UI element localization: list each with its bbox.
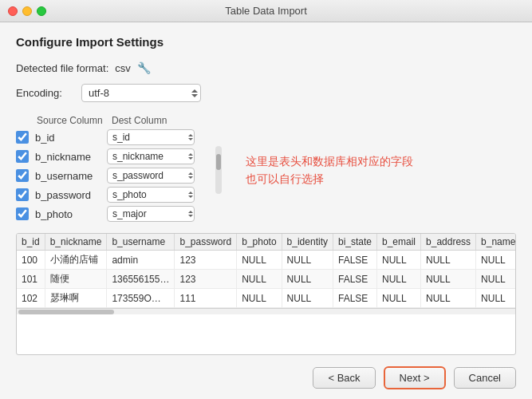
- dest-select-2[interactable]: s_passwords_ids_nicknames_photos_major: [107, 168, 195, 184]
- preview-col-header: b_password: [175, 234, 237, 251]
- bottom-bar: < Back Next > Cancel: [16, 363, 516, 389]
- preview-data-row: 102 瑟琳啊 173559O… 111 NULL NULL FALSE NUL…: [17, 289, 516, 308]
- cancel-button[interactable]: Cancel: [454, 367, 516, 389]
- horizontal-scrollbar-thumb: [18, 310, 114, 314]
- source-col-2: b_username: [35, 170, 100, 182]
- mapping-row: b_username s_passwords_ids_nicknames_pho…: [16, 168, 199, 184]
- encoding-select[interactable]: utf-8 utf-16 latin-1 gbk: [81, 84, 201, 102]
- file-format-label: Detected file format:: [16, 62, 108, 74]
- mapping-row: b_nickname s_nicknames_ids_passwords_pho…: [16, 148, 199, 164]
- dest-select-1[interactable]: s_nicknames_ids_passwords_photos_major: [107, 148, 195, 164]
- preview-col-header: b_photo: [237, 234, 282, 251]
- preview-cell: 123: [175, 270, 237, 289]
- preview-cell: 瑟琳啊: [45, 289, 107, 308]
- window-controls: [8, 6, 46, 16]
- preview-cell: NULL: [421, 289, 476, 308]
- encoding-label: Encoding:: [16, 87, 72, 99]
- source-col-0: b_id: [35, 132, 100, 144]
- maximize-button[interactable]: [37, 6, 46, 16]
- dest-select-4[interactable]: s_majors_ids_nicknames_passwords_photo: [107, 206, 195, 222]
- window-title: Table Data Import: [225, 5, 307, 17]
- preview-header-row: b_id b_nickname b_username b_password b_…: [17, 234, 516, 251]
- source-col-1: b_nickname: [35, 151, 100, 163]
- preview-col-header: bi_state: [333, 234, 376, 251]
- preview-cell: FALSE: [333, 251, 376, 270]
- main-content: Configure Import Settings Detected file …: [0, 22, 532, 399]
- preview-cell: NULL: [377, 289, 421, 308]
- preview-cell: 小涌的店铺: [45, 251, 107, 270]
- source-column-header: Source Column: [37, 115, 108, 126]
- mapping-table: Source Column Dest Column b_id s_ids_nic…: [16, 115, 199, 225]
- mapping-scrollbar[interactable]: [215, 146, 222, 194]
- preview-cell: 102: [17, 289, 45, 308]
- preview-cell: 101: [17, 270, 45, 289]
- preview-cell: 173559O…: [107, 289, 175, 308]
- back-button[interactable]: < Back: [313, 367, 375, 389]
- preview-col-header: b_address: [421, 234, 476, 251]
- annotation-content: 这里是表头和数据库相对应的字段 也可以自行选择: [246, 152, 413, 188]
- mapping-row: b_password s_photos_ids_nicknames_passwo…: [16, 187, 199, 203]
- file-format-value: csv: [115, 62, 131, 74]
- preview-cell: FALSE: [333, 270, 376, 289]
- preview-cell: 123: [175, 251, 237, 270]
- mapping-checkbox-2[interactable]: [16, 169, 29, 182]
- close-button[interactable]: [8, 6, 18, 16]
- preview-col-header: b_nickname: [45, 234, 107, 251]
- mapping-checkbox-0[interactable]: [16, 131, 29, 144]
- preview-cell: NULL: [476, 270, 516, 289]
- annotation-line-2: 也可以自行选择: [246, 170, 413, 188]
- file-format-row: Detected file format: csv 🔧: [16, 61, 516, 74]
- dest-select-wrapper-0: s_ids_nicknames_passwords_photos_major: [107, 129, 195, 145]
- preview-cell: NULL: [476, 251, 516, 270]
- source-col-4: b_photo: [35, 208, 100, 220]
- mapping-checkbox-3[interactable]: [16, 188, 29, 201]
- annotation-line-1: 这里是表头和数据库相对应的字段: [246, 152, 413, 170]
- mapping-header-row: Source Column Dest Column: [16, 115, 199, 126]
- preview-cell: NULL: [282, 251, 333, 270]
- preview-cell: NULL: [476, 289, 516, 308]
- preview-col-header: b_email: [377, 234, 421, 251]
- preview-cell: 100: [17, 251, 45, 270]
- mapping-checkbox-4[interactable]: [16, 207, 29, 220]
- preview-col-header: b_identity: [282, 234, 333, 251]
- encoding-select-wrapper: utf-8 utf-16 latin-1 gbk: [81, 84, 201, 102]
- mapping-checkbox-1[interactable]: [16, 150, 29, 163]
- annotation-area: 这里是表头和数据库相对应的字段 也可以自行选择: [238, 115, 516, 225]
- title-bar: Table Data Import: [0, 0, 532, 22]
- preview-cell: NULL: [237, 289, 282, 308]
- section-title: Configure Import Settings: [16, 35, 516, 49]
- preview-data-row: 100 小涌的店铺 admin 123 NULL NULL FALSE NULL…: [17, 251, 516, 270]
- mapping-scrollbar-thumb: [216, 154, 221, 170]
- preview-cell: NULL: [377, 251, 421, 270]
- preview-cell: NULL: [237, 270, 282, 289]
- preview-cell: NULL: [282, 289, 333, 308]
- horizontal-scrollbar[interactable]: [17, 308, 515, 314]
- dest-select-0[interactable]: s_ids_nicknames_passwords_photos_major: [107, 129, 195, 145]
- preview-cell: 随便: [45, 270, 107, 289]
- dest-select-3[interactable]: s_photos_ids_nicknames_passwords_major: [107, 187, 195, 203]
- preview-cell: NULL: [377, 270, 421, 289]
- preview-cell: NULL: [421, 270, 476, 289]
- dest-select-wrapper-2: s_passwords_ids_nicknames_photos_major: [107, 168, 195, 184]
- mapping-row: b_id s_ids_nicknames_passwords_photos_ma…: [16, 129, 199, 145]
- preview-data-row: 101 随便 136556155… 123 NULL NULL FALSE NU…: [17, 270, 516, 289]
- column-mapping-area: Source Column Dest Column b_id s_ids_nic…: [16, 115, 516, 225]
- preview-cell: 111: [175, 289, 237, 308]
- preview-cell: NULL: [282, 270, 333, 289]
- wrench-icon[interactable]: 🔧: [137, 61, 151, 74]
- preview-col-header: b_name: [476, 234, 516, 251]
- dest-select-wrapper-1: s_nicknames_ids_passwords_photos_major: [107, 148, 195, 164]
- preview-cell: NULL: [237, 251, 282, 270]
- dest-column-header: Dest Column: [112, 115, 199, 126]
- encoding-row: Encoding: utf-8 utf-16 latin-1 gbk: [16, 84, 516, 102]
- preview-col-header: b_username: [107, 234, 175, 251]
- dest-select-wrapper-4: s_majors_ids_nicknames_passwords_photo: [107, 206, 195, 222]
- preview-table-container: b_id b_nickname b_username b_password b_…: [16, 233, 516, 355]
- preview-col-header: b_id: [17, 234, 45, 251]
- dest-select-wrapper-3: s_photos_ids_nicknames_passwords_major: [107, 187, 195, 203]
- minimize-button[interactable]: [22, 6, 32, 16]
- source-col-3: b_password: [35, 189, 100, 201]
- next-button[interactable]: Next >: [384, 366, 446, 389]
- preview-cell: admin: [107, 251, 175, 270]
- preview-cell: 136556155…: [107, 270, 175, 289]
